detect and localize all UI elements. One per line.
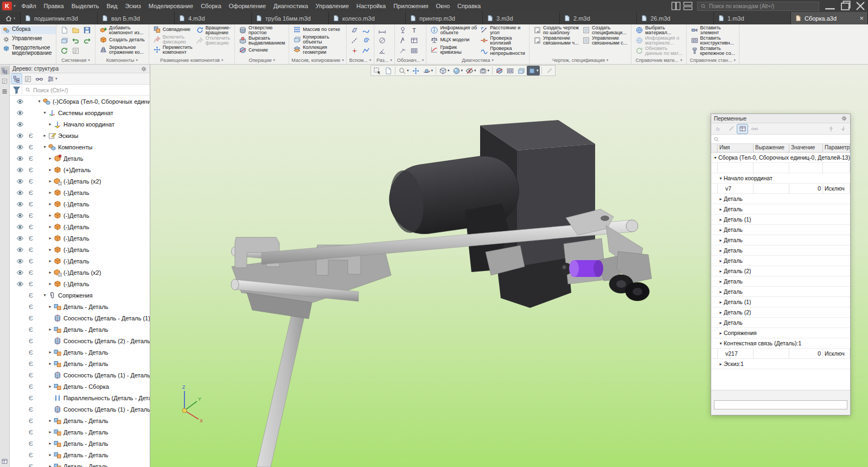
- visibility-cell[interactable]: [15, 109, 25, 117]
- cell-c4[interactable]: [823, 163, 850, 173]
- quick-sketch-button[interactable]: [544, 66, 554, 75]
- ribbon-group-label[interactable]: Справочник мате...▾: [634, 56, 684, 64]
- menubar-item[interactable]: Окно: [432, 0, 454, 12]
- copy-properties-button[interactable]: [59, 35, 70, 46]
- variables-group-row[interactable]: ▸Деталь: [711, 276, 850, 287]
- 3d-viewport[interactable]: Z Y X ▾▾▾▾▾▾▾ Переменные fx: [150, 65, 868, 467]
- leader-line-button[interactable]: [397, 46, 409, 56]
- orbit-tool-button[interactable]: ▾: [422, 66, 435, 75]
- group-expander[interactable]: ▸: [718, 331, 724, 336]
- grid-pattern-button[interactable]: Массив по сетке: [291, 25, 342, 34]
- copy-image-button[interactable]: [516, 66, 526, 75]
- tree-expander[interactable]: ▾: [42, 293, 48, 298]
- clip-box-button[interactable]: [505, 66, 515, 75]
- home-menu-button[interactable]: ▾: [0, 12, 21, 24]
- variable-row[interactable]: v2170Исключ: [711, 349, 850, 359]
- tree-expander[interactable]: ▸: [47, 236, 53, 241]
- zoom-tools-button[interactable]: ▾: [397, 66, 410, 75]
- geometry-collection-button[interactable]: Коллекция геометрии: [291, 45, 342, 55]
- command-search-input[interactable]: Поиск по командам (Alt+/): [697, 2, 819, 11]
- ribbon-group-label[interactable]: Вспом...▾: [349, 56, 372, 64]
- move-up-button[interactable]: [826, 124, 836, 134]
- angle-dimension-button[interactable]: [376, 46, 388, 56]
- tolerance-frame-button[interactable]: [409, 46, 420, 56]
- object-info-button[interactable]: Информация об объекте: [429, 25, 478, 35]
- panel-tree-toggle[interactable]: [1, 66, 9, 75]
- variables-group-row[interactable]: ▸Деталь: [711, 225, 850, 235]
- gear-icon[interactable]: [841, 115, 847, 122]
- minimize-button[interactable]: [822, 0, 838, 12]
- rebuild-model-button[interactable]: [59, 46, 70, 56]
- tree-composition-mode-button[interactable]: [23, 74, 33, 84]
- diameter-dimension-button[interactable]: [376, 35, 388, 46]
- document-tab[interactable]: 1.m3d: [714, 12, 791, 24]
- variables-group-row[interactable]: ▾Контекстная связь (Деталь):1: [711, 338, 850, 349]
- curvature-graph-button[interactable]: График кривизны: [429, 45, 478, 55]
- group-expander[interactable]: ▸: [718, 269, 724, 274]
- tree-row[interactable]: Є▸(+)Деталь: [10, 164, 150, 175]
- menubar-item[interactable]: Выделить: [68, 0, 103, 12]
- column-header[interactable]: Значение: [789, 144, 823, 152]
- variables-group-row[interactable]: ▸Деталь: [711, 256, 850, 266]
- tree-row[interactable]: Є▸(-)Деталь: [10, 221, 150, 232]
- redo-button[interactable]: [81, 35, 93, 46]
- tree-expander[interactable]: ▸: [47, 464, 53, 467]
- menubar-item[interactable]: Вид: [103, 0, 121, 12]
- menubar-item[interactable]: Справка: [454, 0, 484, 12]
- ribbon-mode-tab[interactable]: Сборка: [1, 26, 56, 34]
- tree-row[interactable]: Є▸Деталь - Деталь: [10, 426, 150, 438]
- visibility-cell[interactable]: [15, 121, 25, 128]
- document-tab[interactable]: принтер.m3d: [406, 12, 483, 24]
- cell-c1[interactable]: [718, 163, 754, 173]
- cell-c3[interactable]: 0: [789, 349, 823, 358]
- menubar-item[interactable]: Эскиз: [121, 0, 144, 12]
- ribbon-group-label[interactable]: Размещение компонентов▾: [151, 56, 232, 64]
- visibility-cell[interactable]: [15, 189, 25, 197]
- cell-c2[interactable]: [754, 349, 789, 358]
- app-logo-icon[interactable]: K: [2, 2, 12, 10]
- group-expander[interactable]: ▸: [718, 197, 724, 201]
- visibility-cell[interactable]: [15, 166, 25, 174]
- enable-fixation-button[interactable]: Включить фиксацию: [151, 34, 194, 45]
- text-annotation-button[interactable]: T: [409, 25, 420, 35]
- table-annotation-button[interactable]: [409, 35, 420, 46]
- move-down-button[interactable]: [838, 124, 848, 134]
- menubar-item[interactable]: Файл: [18, 0, 40, 12]
- group-expander[interactable]: ▸: [718, 248, 724, 253]
- tree-expander[interactable]: ▸: [47, 213, 53, 218]
- tree-row[interactable]: Є▸Деталь - Деталь: [10, 460, 150, 467]
- update-material-data-button[interactable]: Обновить данные по мат...: [634, 46, 684, 56]
- cell-c4[interactable]: Исключ: [823, 349, 850, 358]
- create-drawing-from-template-button[interactable]: Создать чертеж по шаблону: [532, 25, 580, 35]
- external-links-button[interactable]: [749, 124, 760, 134]
- tree-row[interactable]: Є▸(-)Деталь: [10, 232, 150, 244]
- move-component-button[interactable]: Переместить компонент: [151, 45, 194, 55]
- tree-expander[interactable]: ▸: [47, 247, 53, 252]
- functions-button[interactable]: fx: [713, 124, 724, 134]
- tree-row[interactable]: Є▸Деталь - Деталь: [10, 301, 150, 312]
- tree-row[interactable]: Є▸Деталь - Деталь: [10, 438, 150, 449]
- ribbon-mode-tab[interactable]: Твердотельное моделирование: [1, 45, 56, 56]
- tree-row[interactable]: Є▸2(-)Деталь (x2): [10, 267, 150, 278]
- group-expander[interactable]: ▸: [718, 289, 724, 294]
- maximize-button[interactable]: [838, 0, 853, 12]
- tree-row[interactable]: Є▾Сопряжения: [10, 289, 150, 301]
- cell-c1[interactable]: v217: [718, 349, 754, 358]
- tree-expander[interactable]: ▸: [47, 201, 53, 206]
- tree-row[interactable]: Є▾Компоненты: [10, 141, 150, 153]
- visibility-cell[interactable]: [15, 223, 25, 231]
- tree-expander[interactable]: ▸: [47, 418, 53, 423]
- new-document-button[interactable]: [59, 25, 70, 35]
- cell-c1[interactable]: v7: [718, 184, 754, 193]
- tree-row[interactable]: Є▸Деталь - Деталь: [10, 358, 150, 369]
- document-tab[interactable]: 4.m3d: [175, 12, 252, 24]
- ribbon-group-label[interactable]: Справочник стан...▾: [689, 56, 737, 64]
- tree-expander[interactable]: ▾: [42, 110, 48, 115]
- tree-row[interactable]: ЄСоосность (Деталь (1) - Деталь): [10, 403, 150, 415]
- copy-objects-button[interactable]: Копировать объекты: [291, 34, 342, 45]
- auxiliary-axis-button[interactable]: [349, 35, 360, 46]
- visibility-cell[interactable]: [15, 280, 25, 288]
- group-expander[interactable]: ▾: [712, 155, 718, 160]
- variables-group-row[interactable]: ▸Деталь: [711, 194, 850, 204]
- group-expander[interactable]: ▸: [718, 258, 724, 263]
